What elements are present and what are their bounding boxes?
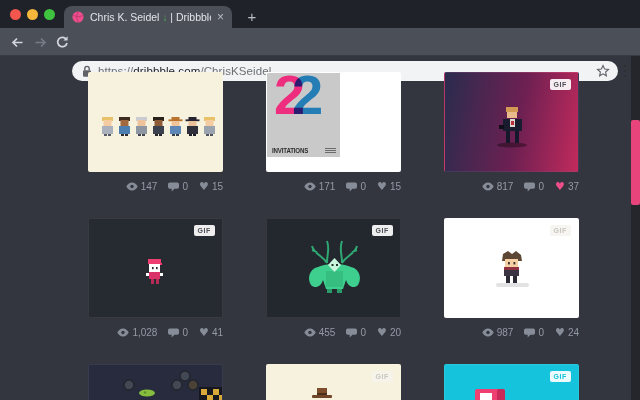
dribbble-shot-grid: 147 0 ♥15 2 2 INVITATIONS 171 0 (0, 56, 640, 400)
comments-bubble-icon (168, 182, 179, 192)
views-eye-icon (126, 182, 138, 191)
shot-image[interactable]: GIF (88, 218, 223, 318)
new-tab-button[interactable]: + (242, 8, 262, 26)
shot-card: 2 2 INVITATIONS 171 0 ♥15 (266, 72, 401, 192)
gif-badge: GIF (550, 225, 571, 236)
comments-bubble-icon (346, 182, 357, 192)
gif-badge: GIF (550, 79, 571, 90)
views-eye-icon (482, 182, 494, 191)
views-eye-icon (304, 182, 316, 191)
views-stat[interactable]: 455 (304, 327, 336, 338)
heart-icon: ♥ (377, 181, 387, 192)
views-stat[interactable]: 171 (304, 181, 336, 192)
shot-artwork-pixel-crowd (89, 73, 223, 172)
scrollbar-track[interactable] (631, 56, 640, 400)
comments-bubble-icon (524, 182, 535, 192)
comments-bubble-icon (168, 328, 179, 338)
likes-stat[interactable]: ♥15 (377, 181, 401, 192)
shot-card: 147 0 ♥15 (88, 72, 223, 192)
poster-number-blue: 2 (292, 73, 323, 123)
poster-fineprint (325, 148, 336, 153)
views-stat[interactable]: 147 (126, 181, 158, 192)
shot-card: GIF (266, 364, 401, 400)
shot-stats: 987 0 ♥24 (444, 318, 579, 338)
browser-window: Chris K. Seidel ↓ | Dribbble × + https:/… (0, 0, 640, 400)
shot-image[interactable]: GIF (444, 364, 579, 400)
comments-stat[interactable]: 0 (524, 327, 544, 338)
poster-caption: INVITATIONS (272, 147, 336, 154)
comments-bubble-icon (524, 328, 535, 338)
green-arrow-emoji: ↓ (162, 12, 167, 23)
shot-stats: 147 0 ♥15 (88, 172, 223, 192)
views-stat[interactable]: 817 (482, 181, 514, 192)
window-minimize-button[interactable] (27, 9, 38, 20)
window-zoom-button[interactable] (44, 9, 55, 20)
comments-stat[interactable]: 0 (524, 181, 544, 192)
shot-stats: 455 0 ♥20 (266, 318, 401, 338)
views-stat[interactable]: 987 (482, 327, 514, 338)
scrollbar-thumb[interactable] (631, 120, 640, 205)
likes-stat[interactable]: ♥24 (555, 327, 579, 338)
heart-icon: ♥ (199, 181, 209, 192)
shot-stats: 171 0 ♥15 (266, 172, 401, 192)
likes-stat[interactable]: ♥15 (199, 181, 223, 192)
shot-image[interactable]: GIF (444, 72, 579, 172)
window-close-button[interactable] (10, 9, 21, 20)
tab-title: Chris K. Seidel ↓ | Dribbble (90, 11, 211, 23)
comments-stat[interactable]: 0 (168, 327, 188, 338)
dribbble-favicon (72, 11, 84, 23)
shot-image[interactable] (88, 72, 223, 172)
shot-stats: 817 0 ♥37 (444, 172, 579, 192)
shot-card: GIF 1,028 0 ♥41 (88, 218, 223, 338)
heart-icon-liked: ♥ (555, 181, 565, 192)
shot-image[interactable]: GIF (266, 364, 401, 400)
gif-badge: GIF (550, 371, 571, 382)
shot-stats: 1,028 0 ♥41 (88, 318, 223, 338)
shot-card: GIF 455 0 ♥20 (266, 218, 401, 338)
heart-icon: ♥ (555, 327, 565, 338)
shot-image[interactable]: GIF (444, 218, 579, 318)
gif-badge: GIF (194, 225, 215, 236)
likes-stat[interactable]: ♥41 (199, 327, 223, 338)
views-stat[interactable]: 1,028 (117, 327, 157, 338)
shot-image[interactable]: GIF (266, 218, 401, 318)
comments-bubble-icon (346, 328, 357, 338)
comments-stat[interactable]: 0 (168, 181, 188, 192)
comments-stat[interactable]: 0 (346, 327, 366, 338)
browser-toolbar: https://dribbble.com/ChrisKSeidel (0, 28, 640, 56)
shot-image[interactable] (88, 364, 223, 400)
heart-icon: ♥ (199, 327, 209, 338)
forward-button[interactable] (32, 34, 49, 51)
reload-button[interactable] (54, 34, 71, 51)
shot-artwork-game-scene (89, 365, 223, 400)
browser-tab[interactable]: Chris K. Seidel ↓ | Dribbble × (64, 6, 232, 28)
likes-stat[interactable]: ♥37 (555, 181, 579, 192)
tab-close-icon[interactable]: × (217, 11, 224, 23)
comments-stat[interactable]: 0 (346, 181, 366, 192)
likes-stat[interactable]: ♥20 (377, 327, 401, 338)
shot-artwork-poster: 2 2 INVITATIONS (267, 73, 340, 157)
shot-card: GIF (444, 364, 579, 400)
shot-card (88, 364, 223, 400)
tab-strip: Chris K. Seidel ↓ | Dribbble × + (0, 0, 640, 28)
shot-card: GIF 817 0 ♥37 (444, 72, 579, 192)
shot-image[interactable]: 2 2 INVITATIONS (266, 72, 401, 172)
views-eye-icon (117, 328, 129, 337)
shot-card: GIF 987 0 ♥24 (444, 218, 579, 338)
gif-badge: GIF (372, 371, 393, 382)
views-eye-icon (482, 328, 494, 337)
back-button[interactable] (9, 34, 26, 51)
gif-badge: GIF (372, 225, 393, 236)
views-eye-icon (304, 328, 316, 337)
heart-icon: ♥ (377, 327, 387, 338)
